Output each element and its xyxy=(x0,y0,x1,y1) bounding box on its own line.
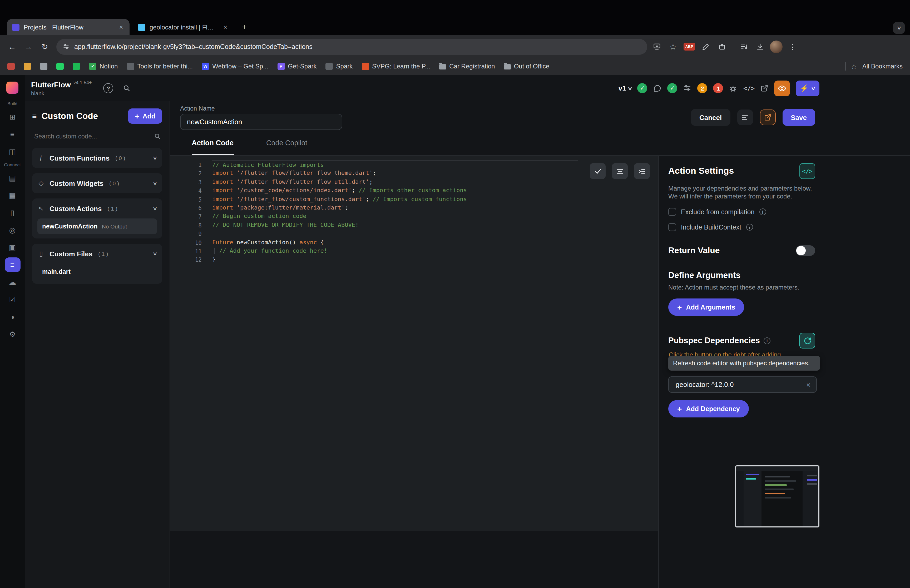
custom-widgets-section[interactable]: ◇ Custom Widgets ( 0 ) ∨ xyxy=(32,173,162,193)
version-selector[interactable]: v1 ∨ xyxy=(619,84,632,92)
chevron-down-icon[interactable]: ∨ xyxy=(153,155,158,161)
chevron-down-icon[interactable]: ∨ xyxy=(153,206,158,211)
media-assets-icon[interactable]: ▣ xyxy=(5,240,20,255)
custom-file-item[interactable]: main.dart xyxy=(37,264,157,279)
bookmark-item[interactable]: Out of Office xyxy=(504,63,549,70)
action-name-input[interactable] xyxy=(180,114,342,130)
add-custom-code-button[interactable]: + Add xyxy=(128,108,162,124)
tests-icon[interactable]: ☑ xyxy=(5,292,20,307)
status-check-icon-2[interactable]: ✓ xyxy=(668,83,677,93)
tab-code-copilot[interactable]: Code Copilot xyxy=(266,139,307,155)
custom-files-section[interactable]: ▯ Custom Files ( 1 ) ∨ main.dart xyxy=(32,244,162,284)
data-types-icon[interactable]: ▦ xyxy=(5,188,20,202)
cloud-functions-icon[interactable]: ☁ xyxy=(5,275,20,289)
downloads-button[interactable] xyxy=(753,40,767,53)
forward-button[interactable]: → xyxy=(22,40,35,53)
components-icon[interactable]: ◫ xyxy=(5,144,20,159)
adblock-extension-button[interactable]: ABP xyxy=(682,40,696,53)
dependency-field[interactable]: × xyxy=(668,376,817,393)
bookmark-item[interactable]: PGet-Spark xyxy=(277,63,317,70)
tab-close-icon[interactable]: × xyxy=(117,23,125,31)
preview-thumbnail[interactable] xyxy=(735,465,819,527)
address-bar[interactable]: app.flutterflow.io/project/blank-gv5ly3?… xyxy=(57,39,647,55)
bookmark-item[interactable]: Car Registration xyxy=(439,63,495,70)
theme-icon[interactable]: ◑ xyxy=(5,309,20,324)
bookmark-item[interactable] xyxy=(40,63,47,70)
browser-menu-button[interactable]: ⋮ xyxy=(786,40,799,53)
status-check-icon[interactable]: ✓ xyxy=(637,83,648,93)
validate-code-button[interactable] xyxy=(590,163,606,179)
bug-report-button[interactable] xyxy=(729,84,737,92)
browser-tab-active[interactable]: Projects - FlutterFlow × xyxy=(7,19,129,35)
help-button[interactable]: ? xyxy=(103,83,113,93)
indent-code-button[interactable] xyxy=(634,163,650,179)
bookmark-item[interactable] xyxy=(57,63,64,70)
info-icon[interactable]: i xyxy=(759,208,766,215)
chevron-down-icon[interactable]: ∨ xyxy=(153,181,158,186)
errors-badge[interactable]: 1 xyxy=(713,83,723,93)
extensions-puzzle-button[interactable] xyxy=(715,40,729,53)
bookmark-item[interactable] xyxy=(24,63,31,70)
bookmark-item[interactable]: Tools for better thi... xyxy=(127,63,193,70)
tab-search-button[interactable]: ∨ xyxy=(893,22,905,34)
install-app-button[interactable] xyxy=(650,40,664,53)
global-search-button[interactable] xyxy=(123,84,131,92)
bookmark-item[interactable] xyxy=(73,63,80,70)
project-health-button[interactable] xyxy=(683,84,692,92)
code-token: // Imports other custom actions xyxy=(359,187,467,194)
feedback-chat-button[interactable] xyxy=(653,84,662,92)
search-custom-code-input[interactable] xyxy=(33,132,154,141)
code-editor[interactable]: 1// Automatic FlutterFlow imports2import… xyxy=(170,156,658,531)
database-icon[interactable]: ▤ xyxy=(5,170,20,185)
page-selector-icon[interactable]: ⊞ xyxy=(5,109,20,124)
custom-functions-section[interactable]: ƒ Custom Functions ( 0 ) ∨ xyxy=(32,148,162,168)
back-button[interactable]: ← xyxy=(5,40,19,53)
expand-editor-button[interactable] xyxy=(760,110,776,125)
custom-actions-section[interactable]: ↖ Custom Actions ( 1 ) ∨ newCustomAction… xyxy=(32,199,162,239)
all-bookmarks-label[interactable]: All Bookmarks xyxy=(862,63,903,70)
open-in-new-button[interactable] xyxy=(760,84,768,92)
bookmark-item[interactable]: ✓Notion xyxy=(89,63,118,70)
warnings-badge[interactable]: 2 xyxy=(698,83,708,93)
bookmark-item[interactable]: WWebflow – Get Sp... xyxy=(202,63,268,70)
tab-action-code[interactable]: Action Code xyxy=(192,139,234,155)
chevron-down-icon[interactable]: ∨ xyxy=(153,251,158,256)
info-icon[interactable]: i xyxy=(746,224,753,231)
cancel-button[interactable]: Cancel xyxy=(691,109,730,126)
bookmark-item[interactable] xyxy=(7,63,15,70)
widget-tree-icon[interactable]: ≡ xyxy=(5,127,20,141)
new-tab-button[interactable]: + xyxy=(238,21,251,34)
settings-icon[interactable]: ⚙ xyxy=(5,326,20,341)
site-settings-icon[interactable] xyxy=(63,43,70,50)
run-button[interactable]: ⚡ ∨ xyxy=(796,80,819,96)
custom-action-item[interactable]: newCustomAction No Output xyxy=(37,218,157,234)
browser-tab-inactive[interactable]: geolocator install | Flutter pac × xyxy=(133,19,234,35)
bookmark-item[interactable]: Spark xyxy=(326,63,353,70)
bookmark-star-button[interactable]: ☆ xyxy=(666,40,680,53)
edit-extension-button[interactable] xyxy=(699,40,713,53)
include-buildcontext-checkbox[interactable] xyxy=(668,223,676,231)
align-code-button[interactable] xyxy=(612,163,628,179)
exclude-compilation-checkbox[interactable] xyxy=(668,208,676,216)
view-code-button[interactable]: </> xyxy=(744,84,755,92)
tab-close-icon[interactable]: × xyxy=(221,23,230,31)
view-boilerplate-button[interactable]: </> xyxy=(799,163,815,179)
flutterflow-logo[interactable] xyxy=(6,82,18,94)
format-code-button[interactable] xyxy=(737,110,753,125)
team-icon[interactable]: ◎ xyxy=(5,222,20,237)
dependency-input[interactable] xyxy=(675,380,802,389)
custom-code-icon[interactable]: ≡ xyxy=(5,257,20,272)
return-value-toggle[interactable] xyxy=(796,245,815,256)
profile-avatar[interactable] xyxy=(769,40,783,53)
bookmark-item[interactable]: SVPG: Learn the P... xyxy=(362,63,430,70)
add-arguments-button[interactable]: + Add Arguments xyxy=(668,299,744,316)
add-dependency-button[interactable]: + Add Dependency xyxy=(668,400,749,417)
media-controls-button[interactable] xyxy=(737,40,750,53)
documents-icon[interactable]: ▯ xyxy=(5,205,20,220)
remove-dependency-icon[interactable]: × xyxy=(806,380,810,389)
save-button[interactable]: Save xyxy=(782,109,815,126)
info-icon[interactable]: i xyxy=(764,337,771,344)
refresh-dependencies-button[interactable] xyxy=(799,333,815,349)
reload-button[interactable]: ↻ xyxy=(38,40,52,53)
preview-button[interactable] xyxy=(774,80,790,96)
